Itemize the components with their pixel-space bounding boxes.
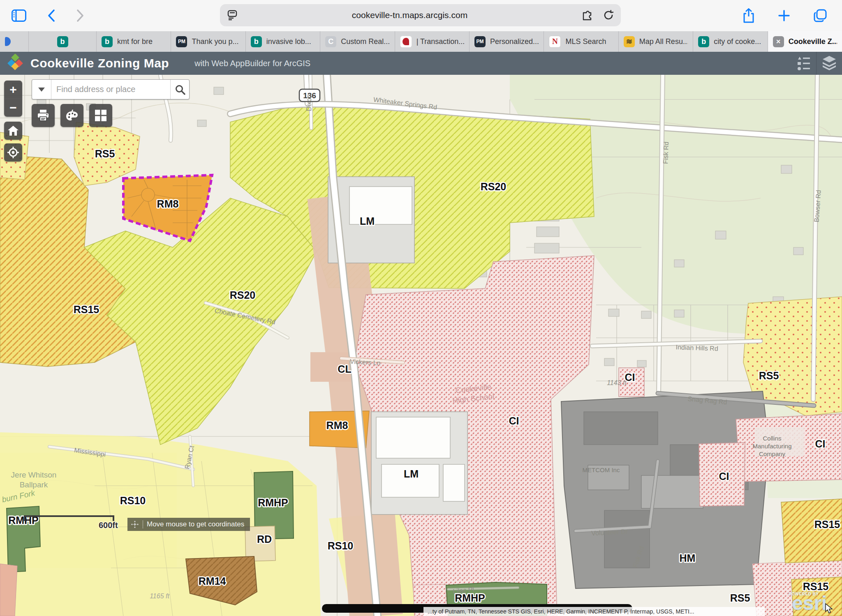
search-widget	[32, 79, 190, 99]
tabs-overview-icon[interactable]	[813, 9, 827, 23]
browser-tab-1[interactable]: b	[29, 31, 97, 52]
zone-label: RS10	[120, 495, 146, 506]
bing-favicon-icon: b	[251, 36, 262, 47]
search-source-dropdown[interactable]	[32, 80, 51, 99]
search-icon[interactable]	[170, 80, 190, 99]
draw-palette-button[interactable]	[60, 104, 83, 127]
zone-label: CL	[338, 363, 351, 375]
move-crosshair-icon	[131, 520, 139, 528]
search-input[interactable]	[51, 80, 170, 99]
c-favicon-icon: C	[325, 36, 336, 47]
app-header: Cookeville Zoning Map with Web AppBuilde…	[0, 52, 842, 75]
flame-favicon-icon	[400, 36, 412, 48]
coordinates-tooltip-text: Move mouse to get coordinates	[147, 520, 244, 528]
tab-label: | Transaction...	[416, 37, 464, 46]
zone-label: RS15	[814, 519, 840, 530]
browser-tab-3[interactable]: PMThank you p...	[171, 31, 245, 52]
zone-label: CI	[625, 371, 635, 383]
zone-label: RS5	[759, 370, 779, 381]
x-favicon-icon: ✕	[773, 36, 784, 47]
zone-label: CI	[509, 415, 519, 427]
new-tab-icon[interactable]	[778, 9, 790, 22]
tab-label: kmt for bre	[117, 37, 153, 46]
bing-favicon-icon: b	[57, 36, 68, 47]
map-canvas[interactable]: 136 Whiteaker Springs RdDixonFisk RdBows…	[0, 75, 842, 616]
place-label: Ballpark	[20, 480, 48, 489]
zone-label: LM	[404, 468, 419, 480]
zone-label: CI	[719, 471, 729, 482]
share-icon[interactable]	[743, 8, 755, 23]
scale-bar	[24, 515, 114, 521]
tab-label: invasive lob...	[266, 37, 311, 46]
legend-icon[interactable]	[791, 52, 816, 75]
reload-icon[interactable]	[603, 9, 614, 21]
place-label: Collins	[763, 435, 781, 442]
zone-label: RS20	[230, 289, 256, 301]
browser-tab-11[interactable]: ✕Cookeville Z...	[768, 31, 842, 52]
street-label: Fisk Rd	[662, 141, 670, 164]
extensions-icon[interactable]	[581, 9, 594, 21]
attribution-text: ...ty of Putnam, TN, Tennessee STS GIS, …	[423, 608, 694, 615]
mouse-cursor	[825, 603, 835, 616]
pm-favicon-icon: PM	[474, 36, 486, 47]
page-subtitle: with Web AppBuilder for ArcGIS	[194, 59, 310, 68]
maplayers-favicon-icon: ≋	[624, 36, 635, 47]
sidebar-toggle-icon[interactable]	[12, 9, 26, 22]
map-image[interactable]: 136 Whiteaker Springs RdDixonFisk RdBows…	[0, 75, 842, 616]
print-button[interactable]	[32, 104, 55, 127]
n-favicon-icon: N	[549, 36, 561, 48]
back-icon[interactable]	[48, 9, 55, 22]
zone-label: RS5	[730, 592, 750, 604]
home-button[interactable]	[4, 122, 22, 140]
coordinates-tooltip: Move mouse to get coordinates	[127, 518, 250, 531]
browser-tab-8[interactable]: NMLS Search	[544, 31, 618, 52]
tab-label: Thank you p...	[192, 37, 238, 46]
zoom-in-button[interactable]: +	[4, 81, 22, 99]
zone-label: RS10	[328, 540, 354, 551]
browser-tab-10[interactable]: bcity of cooke...	[693, 31, 768, 52]
partial-favicon-icon	[5, 36, 11, 47]
browser-tab-4[interactable]: binvasive lob...	[246, 31, 320, 52]
basemap-gallery-button[interactable]	[89, 104, 112, 127]
browser-tab-2[interactable]: bkmt for bre	[97, 31, 171, 52]
place-label: Company	[759, 450, 786, 457]
zone-label: RS15	[74, 304, 99, 315]
place-label: Manufacturing	[752, 443, 791, 450]
browser-tab-9[interactable]: ≋Map All Resu...	[619, 31, 693, 52]
forward-icon[interactable]	[76, 9, 84, 22]
zoom-control: + −	[4, 81, 22, 117]
browser-tab-0[interactable]	[0, 31, 29, 52]
my-location-button[interactable]	[4, 143, 22, 161]
tab-label: Cookeville Z...	[789, 37, 837, 46]
place-label: Jere Whitson	[11, 471, 57, 479]
browser-tab-6[interactable]: | Transaction...	[395, 31, 470, 52]
attribution-bar: ...ty of Putnam, TN, Tennessee STS GIS, …	[423, 607, 765, 616]
browser-tab-5[interactable]: CCustom Real...	[320, 31, 395, 52]
zone-label: LM	[360, 215, 375, 227]
esri-logo: esri	[792, 592, 827, 614]
zone-label: RMHP	[258, 497, 288, 508]
scale-label: 600ft	[99, 521, 118, 530]
bing-favicon-icon: b	[102, 36, 113, 47]
zone-label: RS20	[481, 181, 507, 192]
place-label: 1143 ft	[607, 379, 627, 386]
layers-icon[interactable]	[817, 52, 842, 75]
tab-bar: bbkmt for brePMThank you p...binvasive l…	[0, 31, 842, 52]
page-title: Cookeville Zoning Map	[30, 56, 169, 70]
zone-label: RM14	[199, 575, 226, 587]
url-text: cookeville-tn.maps.arcgis.com	[238, 10, 581, 20]
street-label: Indian Hills Rd	[675, 344, 718, 352]
zone-label: HM	[680, 552, 696, 564]
address-bar[interactable]: cookeville-tn.maps.arcgis.com	[220, 4, 621, 26]
tab-label: Map All Resu...	[639, 37, 688, 46]
zone-label: RD	[257, 533, 272, 545]
tab-label: Custom Real...	[341, 37, 389, 46]
pm-favicon-icon: PM	[176, 36, 187, 47]
browser-tab-7[interactable]: PMPersonalized...	[470, 31, 544, 52]
reader-icon[interactable]	[227, 9, 238, 21]
zoom-out-button[interactable]: −	[4, 99, 22, 117]
place-label: 1165 ft	[150, 593, 169, 600]
zone-label: RM8	[157, 198, 179, 210]
street-label: Dixon	[305, 95, 312, 111]
browser-chrome: cookeville-tn.maps.arcgis.com	[0, 0, 842, 32]
